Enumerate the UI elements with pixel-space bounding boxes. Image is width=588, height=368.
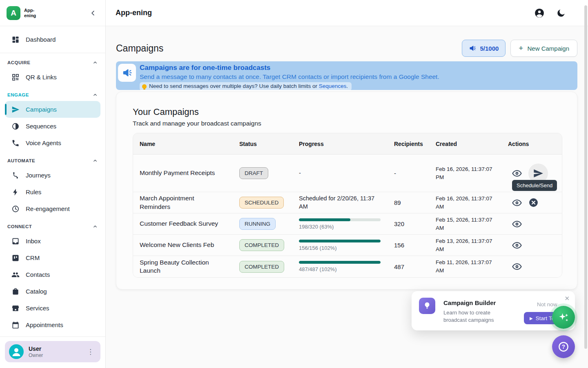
recipients-count: 156 bbox=[388, 242, 429, 249]
sidebar-item-services[interactable]: Services bbox=[5, 300, 100, 316]
chevron-up-icon[interactable] bbox=[92, 158, 98, 164]
sidebar: A App- ening Dashboard ACQUIRE bbox=[0, 0, 106, 368]
sidebar-item-reengagement[interactable]: Re-engagement bbox=[5, 200, 100, 217]
section-acquire: ACQUIRE bbox=[7, 60, 98, 65]
sidebar-item-label: Appointments bbox=[26, 321, 63, 328]
qr-code-icon bbox=[11, 73, 20, 81]
app-logo: A bbox=[7, 6, 20, 20]
view-button[interactable] bbox=[512, 240, 522, 250]
sidebar-item-label: QR & Links bbox=[26, 74, 57, 81]
campaign-name: Spring Beauty Collection Launch bbox=[133, 258, 233, 275]
account-button[interactable] bbox=[534, 8, 545, 18]
svg-text:?: ? bbox=[562, 344, 565, 350]
sidebar-item-label: Dashboard bbox=[26, 36, 56, 43]
sequences-link[interactable]: Sequences bbox=[319, 83, 347, 89]
campaign-quota-badge[interactable]: 5/1000 bbox=[462, 40, 506, 57]
eye-icon bbox=[512, 240, 522, 250]
sidebar-item-crm[interactable]: CRM bbox=[5, 249, 100, 266]
eye-icon bbox=[512, 168, 522, 178]
sidebar-item-rules[interactable]: Rules bbox=[5, 184, 100, 200]
row-actions bbox=[501, 256, 562, 277]
topbar-title: App-ening bbox=[116, 9, 534, 17]
dark-mode-toggle[interactable] bbox=[556, 8, 566, 18]
user-role: Owner bbox=[29, 352, 85, 358]
progress-text: Scheduled for 2/20/26, 11:37 AM bbox=[292, 195, 388, 211]
info-banner: Campaigns are for one-time broadcasts Se… bbox=[116, 61, 577, 90]
route-icon bbox=[11, 171, 20, 180]
page-title: Campaigns bbox=[116, 43, 462, 54]
app-logo-letter: A bbox=[11, 9, 16, 18]
eye-icon bbox=[512, 198, 522, 208]
campaign-name: Monthly Payment Receipts bbox=[133, 169, 233, 177]
status-badge: RUNNING bbox=[239, 218, 276, 230]
sparkles-icon bbox=[557, 311, 570, 323]
user-circle-icon bbox=[534, 8, 545, 18]
tooltip: Schedule/Send bbox=[512, 180, 557, 191]
storefront-icon bbox=[11, 304, 20, 312]
user-menu-button[interactable]: ⋮ bbox=[85, 347, 96, 357]
sidebar-item-sequences[interactable]: Sequences bbox=[5, 118, 100, 135]
eye-icon bbox=[512, 262, 522, 272]
section-engage: ENGAGE bbox=[7, 92, 98, 98]
sidebar-item-contacts[interactable]: Contacts bbox=[5, 266, 100, 283]
column-header-progress: Progress bbox=[292, 141, 388, 147]
sidebar-item-label: Rules bbox=[26, 188, 41, 195]
section-connect: CONNECT bbox=[7, 224, 98, 229]
column-header-status: Status bbox=[233, 141, 292, 147]
created-date: Feb 16, 2026, 11:37:07 AM bbox=[429, 195, 501, 211]
new-campaign-button[interactable]: + New Campaign bbox=[510, 40, 577, 57]
chevron-up-icon[interactable] bbox=[92, 224, 98, 229]
scrollbar-thumb[interactable] bbox=[584, 5, 587, 349]
sidebar-item-appointments[interactable]: Appointments bbox=[5, 316, 100, 333]
people-icon bbox=[11, 271, 20, 279]
chevron-up-icon[interactable] bbox=[92, 60, 98, 65]
view-button[interactable] bbox=[512, 168, 522, 178]
chevron-left-icon bbox=[89, 9, 97, 17]
progress-cell: 198/320 (63%) bbox=[292, 218, 388, 230]
chevron-up-icon[interactable] bbox=[92, 92, 98, 98]
sidebar-item-qr-links[interactable]: QR & Links bbox=[5, 69, 100, 85]
card-title: Your Campaigns bbox=[133, 107, 562, 117]
sidebar-item-label: CRM bbox=[26, 254, 40, 261]
sidebar-item-catalog[interactable]: Catalog bbox=[5, 283, 100, 300]
status-badge: COMPLETED bbox=[239, 261, 284, 273]
sidebar-item-dashboard[interactable]: Dashboard bbox=[5, 31, 100, 48]
sidebar-nav: Dashboard ACQUIRE QR & Links ENGAGE bbox=[0, 26, 105, 337]
send-icon bbox=[533, 168, 543, 179]
progress-cell: 487/487 (102%) bbox=[292, 261, 388, 272]
moon-icon bbox=[556, 8, 566, 18]
progress-fill bbox=[299, 261, 381, 264]
recipients-count: - bbox=[388, 170, 429, 177]
view-button[interactable] bbox=[512, 219, 522, 229]
calendar-icon bbox=[11, 321, 20, 329]
cancel-button[interactable] bbox=[528, 197, 539, 208]
sidebar-item-label: Catalog bbox=[26, 288, 47, 295]
column-header-created: Created bbox=[429, 141, 501, 147]
user-card[interactable]: User Owner ⋮ bbox=[5, 341, 100, 362]
sidebar-collapse-button[interactable] bbox=[87, 7, 99, 19]
ai-assistant-fab[interactable] bbox=[552, 306, 575, 329]
recipients-count: 487 bbox=[388, 263, 429, 270]
sidebar-item-voice-agents[interactable]: Voice Agents bbox=[5, 135, 100, 151]
view-button[interactable] bbox=[512, 198, 522, 208]
page-header: Campaigns 5/1000 + New Campaign bbox=[116, 40, 577, 57]
help-fab[interactable]: ? bbox=[552, 335, 575, 358]
sidebar-item-journeys[interactable]: Journeys bbox=[5, 167, 100, 184]
progress-label: 156/156 (102%) bbox=[299, 245, 381, 251]
not-now-button[interactable]: Not now bbox=[537, 301, 557, 307]
sidebar-item-label: Re-engagement bbox=[26, 205, 70, 212]
sidebar-item-inbox[interactable]: Inbox bbox=[5, 233, 100, 249]
campaigns-card: Your Campaigns Track and manage your bro… bbox=[116, 92, 577, 289]
progress-label: 198/320 (63%) bbox=[299, 224, 381, 230]
clock-icon bbox=[11, 205, 20, 213]
dashboard-icon bbox=[11, 36, 20, 44]
quota-value: 5/1000 bbox=[480, 45, 499, 52]
close-icon[interactable]: ✕ bbox=[564, 295, 570, 302]
view-button[interactable] bbox=[512, 262, 522, 272]
section-automate: AUTOMATE bbox=[7, 158, 98, 164]
sidebar-item-campaigns[interactable]: Campaigns bbox=[5, 101, 100, 118]
row-actions bbox=[501, 192, 562, 213]
x-circle-icon bbox=[528, 197, 539, 208]
inbox-icon bbox=[11, 237, 20, 245]
banner-title: Campaigns are for one-time broadcasts bbox=[140, 63, 573, 72]
